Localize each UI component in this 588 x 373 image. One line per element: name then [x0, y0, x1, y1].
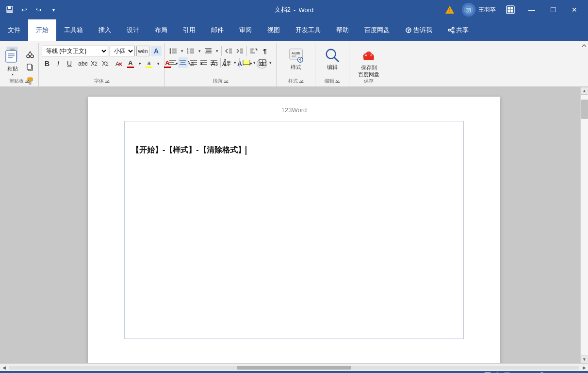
- italic-button[interactable]: I: [53, 58, 64, 69]
- shading-button[interactable]: [241, 57, 251, 68]
- increase-indent-button[interactable]: [234, 46, 245, 56]
- menu-baidu-netdisk[interactable]: 百度网盘: [357, 19, 397, 41]
- distributed-button[interactable]: [209, 57, 219, 68]
- decrease-indent-button[interactable]: [223, 46, 234, 56]
- minimize-button[interactable]: —: [522, 0, 541, 19]
- hscroll-right-button[interactable]: ▶: [580, 364, 588, 372]
- user-area[interactable]: 羽 王羽卒: [459, 3, 499, 17]
- menu-share[interactable]: 共享: [440, 19, 476, 41]
- paragraph-group: ▾ 1. 2. 3. ▾: [165, 43, 277, 86]
- menu-developer[interactable]: 开发工具: [288, 19, 328, 41]
- align-center-button[interactable]: [178, 57, 188, 68]
- subscript-button[interactable]: X2: [89, 58, 99, 69]
- menu-review[interactable]: 审阅: [231, 19, 260, 41]
- svg-text:A: A: [115, 61, 119, 68]
- svg-point-24: [27, 55, 30, 58]
- menu-references[interactable]: 引用: [175, 19, 203, 41]
- superscript-button[interactable]: X2: [100, 58, 111, 69]
- bullet-list-dropdown[interactable]: ▾: [179, 46, 185, 56]
- menu-mailing[interactable]: 邮件: [203, 19, 231, 41]
- align-right-button[interactable]: [189, 57, 198, 68]
- scroll-thumb[interactable]: [581, 100, 588, 119]
- document-page[interactable]: 123Word 【开始】-【样式】-【清除格式】: [88, 97, 500, 363]
- font-wen-button[interactable]: wén: [136, 46, 149, 56]
- vertical-scrollbar[interactable]: ▲ ▼: [580, 87, 588, 363]
- scroll-down-button[interactable]: ▼: [581, 356, 588, 363]
- border-dropdown[interactable]: ▾: [268, 57, 273, 68]
- highlight-dropdown[interactable]: ▾: [153, 58, 163, 69]
- hscroll-thumb[interactable]: [237, 366, 351, 370]
- font-clear-A-button[interactable]: A: [151, 46, 162, 56]
- numbered-list-button[interactable]: 1. 2. 3.: [185, 46, 196, 56]
- border-button[interactable]: [258, 57, 267, 68]
- menu-view[interactable]: 视图: [260, 19, 288, 41]
- hscroll-track[interactable]: [9, 366, 579, 370]
- bold-button[interactable]: B: [42, 58, 52, 69]
- sort-button[interactable]: [248, 46, 259, 56]
- multilevel-dropdown[interactable]: ▾: [214, 46, 220, 56]
- paste-dropdown[interactable]: ▾: [12, 72, 14, 77]
- para-sep3: [220, 58, 221, 68]
- window-team-button[interactable]: [501, 0, 520, 19]
- styles-icon: AaBb 样式: [288, 48, 304, 63]
- menu-insert[interactable]: 插入: [91, 19, 119, 41]
- editing-expand[interactable]: [335, 79, 340, 84]
- menu-home[interactable]: 开始: [28, 19, 56, 41]
- web-view-button[interactable]: [493, 371, 502, 373]
- font-family-select[interactable]: 等线 (中文正文): [42, 46, 108, 56]
- strikethrough-button[interactable]: abc: [78, 58, 88, 69]
- multilevel-list-button[interactable]: [203, 46, 213, 56]
- font-color-button[interactable]: A: [127, 59, 134, 68]
- print-view-button[interactable]: [483, 371, 492, 373]
- clipboard-expand[interactable]: [25, 79, 30, 84]
- styles-expand[interactable]: [299, 79, 304, 84]
- title-separator: -: [294, 6, 295, 14]
- cut-button[interactable]: [24, 48, 36, 60]
- paragraph-expand[interactable]: [224, 79, 229, 84]
- read-view-button[interactable]: [503, 371, 511, 373]
- menu-help[interactable]: 帮助: [328, 19, 357, 41]
- copy-button[interactable]: [24, 61, 36, 74]
- underline-button[interactable]: U: [64, 58, 75, 69]
- scroll-track[interactable]: [581, 95, 588, 356]
- hscroll-left-button[interactable]: ◀: [0, 364, 8, 372]
- document-content[interactable]: 【开始】-【样式】-【清除格式】: [131, 145, 457, 155]
- svg-rect-29: [27, 64, 32, 69]
- customize-button[interactable]: ▾: [48, 4, 59, 16]
- scroll-up-button[interactable]: ▲: [581, 87, 588, 95]
- save-baidu-button[interactable]: 保存到百度网盘: [355, 46, 382, 80]
- justify-button[interactable]: [199, 57, 209, 68]
- line-spacing-dropdown[interactable]: ▾: [232, 57, 238, 68]
- bullet-list-button[interactable]: [168, 46, 179, 56]
- svg-point-105: [366, 55, 367, 56]
- styles-button[interactable]: AaBb 样式 样式: [285, 46, 307, 72]
- menu-layout[interactable]: 布局: [147, 19, 175, 41]
- menu-toolbox[interactable]: 工具箱: [56, 19, 91, 41]
- paragraph-label: 段落: [213, 78, 229, 85]
- menu-design[interactable]: 设计: [119, 19, 147, 41]
- redo-button[interactable]: ↪: [33, 4, 45, 16]
- ribbon: 粘贴 ▾: [0, 41, 588, 87]
- undo-button[interactable]: ↩: [18, 4, 30, 16]
- shading-dropdown[interactable]: ▾: [252, 57, 257, 68]
- font-expand[interactable]: [105, 79, 110, 84]
- clear-format-button[interactable]: A: [114, 58, 124, 69]
- menu-tell-me[interactable]: 告诉我: [397, 19, 440, 41]
- font-size-select[interactable]: 小四: [110, 46, 135, 56]
- restore-button[interactable]: ☐: [543, 0, 563, 19]
- paste-button[interactable]: 粘贴 ▾: [2, 46, 23, 78]
- align-left-button[interactable]: [168, 57, 178, 68]
- editing-button[interactable]: 编辑: [322, 46, 343, 72]
- menu-file[interactable]: 文件: [0, 19, 28, 41]
- numbered-list-dropdown[interactable]: ▾: [196, 46, 202, 56]
- highlight-color-button[interactable]: a: [146, 60, 152, 68]
- close-button[interactable]: ✕: [565, 0, 584, 19]
- line-spacing-button[interactable]: [222, 57, 232, 68]
- save-group: 保存到百度网盘 保存: [349, 43, 388, 86]
- ribbon-collapse-button[interactable]: [580, 41, 588, 86]
- quick-save-button[interactable]: [4, 4, 16, 16]
- save-baidu-label: 保存到百度网盘: [358, 64, 379, 78]
- show-marks-button[interactable]: ¶: [260, 46, 270, 56]
- font-color-dropdown[interactable]: ▾: [134, 58, 145, 69]
- horizontal-scrollbar[interactable]: ◀ ▶: [0, 363, 588, 371]
